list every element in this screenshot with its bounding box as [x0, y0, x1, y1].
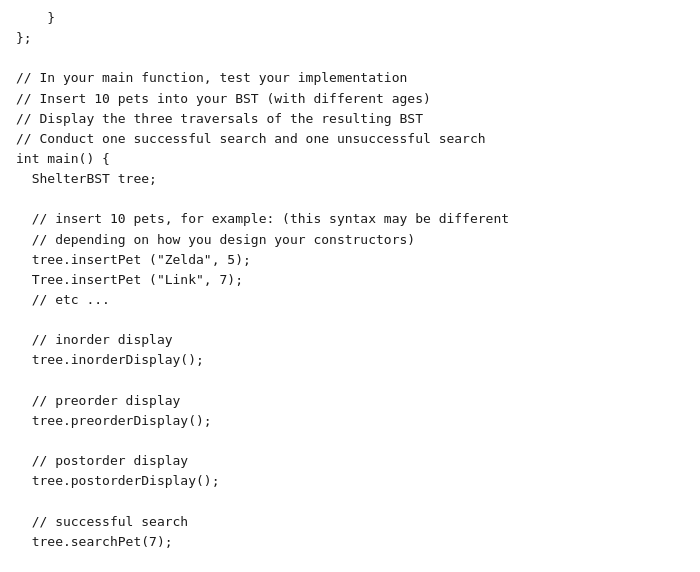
- code-block: } }; // In your main function, test your…: [16, 8, 684, 572]
- code-container: } }; // In your main function, test your…: [0, 0, 700, 572]
